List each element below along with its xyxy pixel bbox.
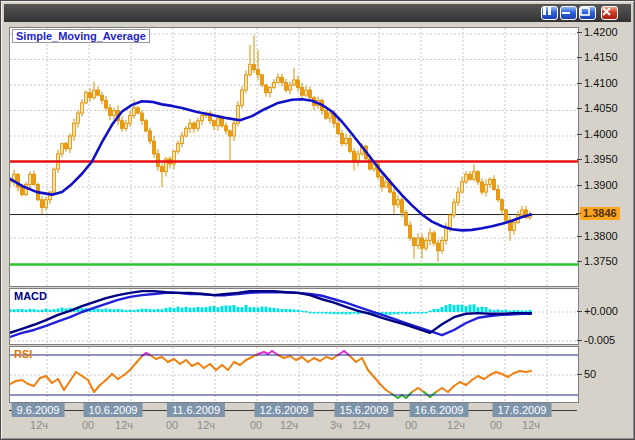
date-label: 11.6.2009 bbox=[167, 403, 225, 417]
date-label: 9.6.2009 bbox=[12, 403, 65, 417]
price-tick-label: 1.4200 bbox=[584, 26, 618, 39]
current-price-tag: 1.3846 bbox=[580, 207, 620, 220]
price-tick-label: 1.4000 bbox=[584, 128, 618, 141]
price-tick-label: 1.3950 bbox=[584, 153, 618, 166]
minimize-icon bbox=[561, 7, 571, 15]
price-tick-label: 1.4050 bbox=[584, 102, 618, 115]
price-chart[interactable] bbox=[10, 28, 578, 286]
date-label: 12.6.2009 bbox=[255, 403, 314, 417]
price-tick-label: 1.3750 bbox=[584, 255, 618, 268]
price-chart-panel[interactable]: Simple_Moving_Average bbox=[9, 27, 579, 287]
time-label: 12ч bbox=[447, 419, 465, 431]
macd-chart[interactable] bbox=[10, 289, 578, 344]
price-tick-label: 1.4100 bbox=[584, 77, 618, 90]
pause-icon bbox=[542, 7, 552, 15]
price-tick-label: 1.3900 bbox=[584, 179, 618, 192]
time-label: 12ч bbox=[30, 419, 48, 431]
time-label: 00 bbox=[82, 419, 94, 431]
maximize-button[interactable] bbox=[579, 6, 596, 20]
date-label: 17.6.2009 bbox=[493, 403, 552, 417]
minimize-button[interactable] bbox=[560, 6, 577, 20]
time-label: 12ч bbox=[115, 419, 133, 431]
close-button[interactable] bbox=[601, 6, 618, 20]
macd-tick-label: +0.000 bbox=[584, 305, 618, 318]
macd-tick-label: -0.005 bbox=[584, 334, 615, 347]
indicator-label-sma: Simple_Moving_Average bbox=[12, 29, 150, 43]
chart-window: График EUR /USD ЧАС Simple_Moving_Averag… bbox=[0, 0, 635, 440]
time-label: 00 bbox=[250, 419, 262, 431]
time-label: 00 bbox=[166, 419, 178, 431]
date-label: 16.6.2009 bbox=[410, 403, 469, 417]
price-tick-label: 1.4150 bbox=[584, 51, 618, 64]
rsi-panel[interactable]: RSI bbox=[9, 346, 579, 403]
date-label: 15.6.2009 bbox=[335, 403, 394, 417]
time-label: 00 bbox=[490, 419, 502, 431]
date-label: 10.6.2009 bbox=[84, 403, 143, 417]
rsi-chart[interactable] bbox=[10, 347, 578, 402]
time-label: 00 bbox=[405, 419, 417, 431]
macd-panel[interactable]: MACD bbox=[9, 288, 579, 345]
time-label: 12ч bbox=[280, 419, 298, 431]
time-label: 12ч bbox=[522, 419, 540, 431]
price-tick-label: 1.3800 bbox=[584, 230, 618, 243]
indicator-label-macd: MACD bbox=[14, 290, 47, 302]
maximize-icon bbox=[580, 7, 590, 16]
title-bar[interactable]: График EUR /USD ЧАС bbox=[4, 4, 631, 22]
indicator-label-rsi: RSI bbox=[14, 348, 32, 360]
rsi-tick-label: 50 bbox=[584, 368, 596, 381]
pause-button[interactable] bbox=[541, 6, 558, 20]
time-label: 12ч bbox=[197, 419, 215, 431]
time-label: 3ч bbox=[330, 419, 342, 431]
time-label: 12ч bbox=[352, 419, 370, 431]
close-icon bbox=[602, 7, 611, 16]
